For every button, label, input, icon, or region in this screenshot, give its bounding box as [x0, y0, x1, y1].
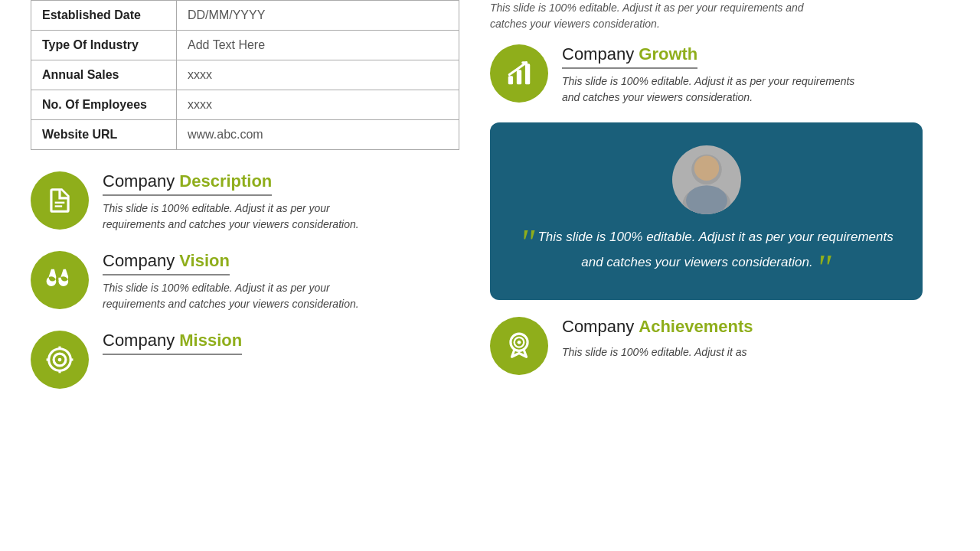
- description-icon-circle: [31, 171, 89, 230]
- open-quote-mark: ": [519, 222, 534, 262]
- table-row: Annual Salesxxxx: [31, 60, 459, 90]
- table-value-cell: Add Text Here: [177, 31, 459, 60]
- svg-rect-1: [55, 205, 63, 207]
- description-body: This slide is 100% editable. Adjust it a…: [103, 201, 378, 233]
- company-description-item: Company Description This slide is 100% e…: [31, 171, 444, 233]
- company-vision-item: Company Vision This slide is 100% editab…: [31, 251, 444, 312]
- achievements-title-plain: Company: [562, 317, 639, 336]
- svg-rect-0: [55, 202, 65, 204]
- document-icon: [45, 186, 74, 215]
- target-icon: [45, 345, 74, 374]
- table-label-cell: Website URL: [31, 120, 177, 150]
- growth-heading: Company Growth: [562, 44, 697, 69]
- achievements-heading: Company Achievements: [562, 317, 753, 340]
- close-quote-mark: ": [816, 247, 831, 288]
- svg-rect-9: [508, 76, 513, 84]
- growth-title-plain: Company: [562, 44, 639, 64]
- table-value-cell: xxxx: [177, 90, 459, 120]
- company-achievements-item: Company Achievements This slide is 100% …: [490, 317, 957, 375]
- description-title-bold: Description: [179, 171, 272, 191]
- mission-icon-circle: [31, 331, 89, 389]
- binoculars-icon: [45, 266, 74, 295]
- award-icon: [505, 331, 534, 360]
- right-panel: This slide is 100% editable. Adjust it a…: [475, 0, 980, 551]
- quote-avatar: [672, 145, 741, 214]
- description-heading: Company Description: [103, 171, 272, 196]
- quote-text: "This slide is 100% editable. Adjust it …: [518, 227, 895, 277]
- mission-text: Company Mission: [103, 331, 242, 360]
- vision-body: This slide is 100% editable. Adjust it a…: [103, 280, 378, 312]
- quote-body: This slide is 100% editable. Adjust it a…: [537, 230, 893, 269]
- achievements-icon-circle: [490, 317, 548, 375]
- svg-point-14: [694, 156, 718, 181]
- company-growth-item: Company Growth This slide is 100% editab…: [490, 44, 957, 106]
- achievements-text: Company Achievements This slide is 100% …: [562, 317, 753, 360]
- table-value-cell: xxxx: [177, 60, 459, 90]
- mission-title-plain: Company: [103, 331, 179, 350]
- table-label-cell: No. Of Employees: [31, 90, 177, 120]
- description-title-plain: Company: [103, 171, 179, 191]
- growth-title-bold: Growth: [639, 44, 697, 64]
- growth-text: Company Growth This slide is 100% editab…: [562, 44, 861, 106]
- vision-title-bold: Vision: [179, 251, 230, 270]
- table-label-cell: Type Of Industry: [31, 31, 177, 60]
- achievements-body: This slide is 100% editable. Adjust it a…: [562, 344, 753, 360]
- svg-point-18: [518, 341, 521, 344]
- table-row: Website URLwww.abc.com: [31, 120, 459, 150]
- svg-point-15: [686, 185, 727, 214]
- table-row: Established DateDD/MM/YYYY: [31, 1, 459, 31]
- svg-point-4: [58, 358, 62, 362]
- vision-title-plain: Company: [103, 251, 179, 270]
- left-panel: Established DateDD/MM/YYYYType Of Indust…: [0, 0, 475, 551]
- table-label-cell: Established Date: [31, 1, 177, 31]
- table-row: No. Of Employeesxxxx: [31, 90, 459, 120]
- svg-rect-10: [517, 70, 521, 84]
- achievements-title-bold: Achievements: [639, 317, 753, 336]
- company-mission-item: Company Mission: [31, 331, 444, 389]
- table-value-cell: DD/MM/YYYY: [177, 1, 459, 31]
- chart-icon: [505, 59, 534, 88]
- vision-text: Company Vision This slide is 100% editab…: [103, 251, 378, 312]
- right-top-partial-text: This slide is 100% editable. Adjust it a…: [490, 0, 812, 32]
- table-label-cell: Annual Sales: [31, 60, 177, 90]
- quote-card: "This slide is 100% editable. Adjust it …: [490, 122, 923, 300]
- vision-heading: Company Vision: [103, 251, 230, 276]
- mission-title-bold: Mission: [179, 331, 242, 350]
- vision-icon-circle: [31, 251, 89, 309]
- info-table: Established DateDD/MM/YYYYType Of Indust…: [31, 0, 459, 150]
- avatar-icon: [672, 145, 741, 214]
- table-row: Type Of IndustryAdd Text Here: [31, 31, 459, 60]
- growth-body: This slide is 100% editable. Adjust it a…: [562, 73, 861, 106]
- table-value-cell: www.abc.com: [177, 120, 459, 150]
- description-text: Company Description This slide is 100% e…: [103, 171, 378, 233]
- mission-heading: Company Mission: [103, 331, 242, 355]
- growth-icon-circle: [490, 44, 548, 103]
